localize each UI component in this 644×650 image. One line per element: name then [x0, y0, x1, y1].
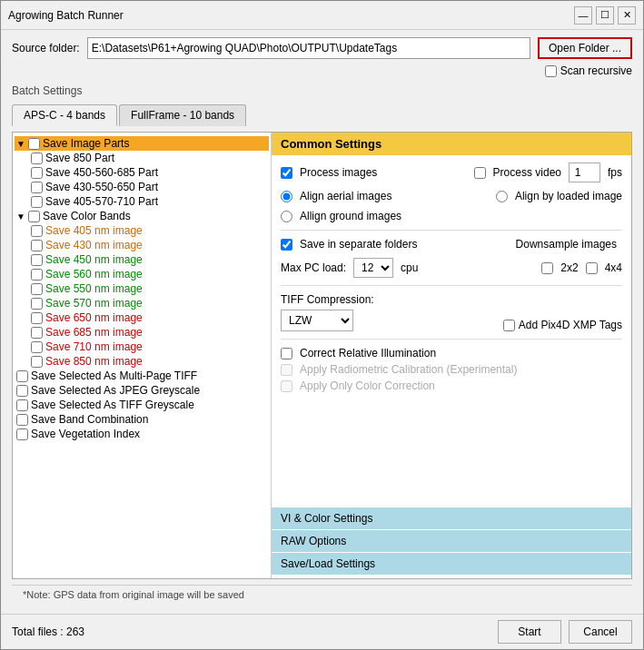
- checkbox-save-450-560-685[interactable]: [31, 167, 43, 179]
- align-by-loaded-label: Align by loaded image: [515, 190, 622, 202]
- tree-item-550nm[interactable]: Save 550 nm image: [29, 281, 269, 296]
- checkbox-650nm[interactable]: [31, 312, 43, 324]
- checkbox-850nm[interactable]: [31, 356, 43, 368]
- open-folder-button[interactable]: Open Folder ...: [538, 37, 632, 59]
- apply-radiometric-label: Apply Radiometric Calibration (Experimen…: [300, 363, 517, 376]
- common-settings-header: Common Settings: [272, 133, 631, 155]
- tab-aps-c[interactable]: APS-C - 4 bands: [12, 104, 117, 126]
- checkbox-vegetation-index[interactable]: [16, 428, 28, 440]
- tab-fullframe[interactable]: FullFrame - 10 bands: [119, 104, 246, 126]
- tree-item-save-430-550-650[interactable]: Save 430-550-650 Part: [29, 180, 269, 194]
- tree-item-tiff-greyscale[interactable]: Save Selected As TIFF Greyscale: [15, 398, 269, 412]
- downsample-2x2-checkbox[interactable]: [541, 262, 553, 274]
- checkbox-tiff-greyscale[interactable]: [16, 399, 28, 411]
- max-pc-row: Max PC load: 12 1246816 cpu 2x2 4x4: [281, 258, 622, 278]
- align-by-loaded-radio[interactable]: [496, 191, 508, 202]
- save-load-bar[interactable]: Save/Load Settings: [272, 553, 631, 575]
- checkbox-450nm[interactable]: [31, 254, 43, 266]
- source-folder-row: Source folder: Open Folder ...: [12, 37, 632, 59]
- checkbox-685nm[interactable]: [31, 327, 43, 339]
- tree-item-685nm[interactable]: Save 685 nm image: [29, 325, 269, 340]
- tree-item-jpeg-greyscale[interactable]: Save Selected As JPEG Greyscale: [15, 383, 269, 398]
- process-images-label: Process images: [300, 166, 377, 179]
- tree-item-save-850-part[interactable]: Save 850 Part: [29, 151, 269, 165]
- checkbox-405nm[interactable]: [31, 225, 43, 237]
- calibration-section: Correct Relative Illumination Apply Radi…: [281, 347, 622, 392]
- tree-item-560nm[interactable]: Save 560 nm image: [29, 267, 269, 281]
- checkbox-550nm[interactable]: [31, 283, 43, 295]
- process-images-checkbox[interactable]: [281, 167, 292, 179]
- tree-item-band-combination[interactable]: Save Band Combination: [15, 412, 269, 427]
- tree-item-405nm[interactable]: Save 405 nm image: [29, 223, 269, 238]
- checkbox-save-405-570-710[interactable]: [31, 196, 43, 208]
- tree-item-450nm[interactable]: Save 450 nm image: [29, 252, 269, 267]
- apply-radiometric-checkbox[interactable]: [281, 364, 292, 376]
- max-pc-select[interactable]: 12 1246816: [353, 258, 393, 278]
- checkbox-430nm[interactable]: [31, 240, 43, 251]
- tabs: APS-C - 4 bands FullFrame - 10 bands: [12, 104, 632, 126]
- status-note: *Note: GPS data from original image will…: [23, 589, 244, 600]
- checkbox-save-image-parts[interactable]: [28, 138, 40, 150]
- total-files: Total files : 263: [12, 625, 84, 638]
- align-ground-label: Allign ground images: [300, 210, 401, 222]
- settings-body: Process images Process video fps Align a…: [272, 155, 631, 507]
- process-video-checkbox[interactable]: [474, 167, 486, 179]
- tree-item-multi-page-tiff[interactable]: Save Selected As Multi-Page TIFF: [15, 369, 269, 383]
- tiff-compression-label: TIFF Compression:: [281, 293, 374, 306]
- downsample-2x2-label: 2x2: [560, 261, 578, 274]
- batch-settings-label: Batch Settings: [12, 84, 632, 97]
- downsample-4x4-checkbox[interactable]: [586, 262, 598, 274]
- tree-item-save-image-parts[interactable]: ▼ Save Image Parts: [15, 136, 269, 151]
- start-button[interactable]: Start: [498, 620, 561, 644]
- checkbox-560nm[interactable]: [31, 269, 43, 281]
- checkbox-jpeg-greyscale[interactable]: [16, 385, 28, 397]
- tiff-select[interactable]: LZW None ZIP: [281, 310, 353, 331]
- checkbox-save-850-part[interactable]: [31, 153, 43, 164]
- source-input[interactable]: [87, 37, 530, 59]
- apply-color-correction-label: Apply Only Color Correction: [300, 379, 435, 392]
- main-window: Agrowing Batch Runner — ☐ ✕ Source folde…: [0, 0, 644, 650]
- downsample-4x4-label: 4x4: [605, 261, 622, 274]
- checkbox-multi-page-tiff[interactable]: [16, 370, 28, 382]
- process-images-row: Process images Process video fps: [281, 162, 622, 182]
- scan-recursive-row: Scan recursive: [12, 64, 632, 77]
- expand-icon-color-bands[interactable]: ▼: [16, 212, 25, 222]
- checkbox-band-combination[interactable]: [16, 414, 28, 426]
- tree-item-650nm[interactable]: Save 650 nm image: [29, 310, 269, 325]
- tree-item-save-405-570-710[interactable]: Save 405-570-710 Part: [29, 194, 269, 209]
- checkbox-570nm[interactable]: [31, 298, 43, 310]
- status-bar: *Note: GPS data from original image will…: [12, 585, 632, 606]
- add-pix4d-checkbox[interactable]: [503, 320, 515, 331]
- apply-color-correction-checkbox[interactable]: [281, 380, 292, 392]
- vi-color-bar[interactable]: VI & Color Settings: [272, 507, 631, 529]
- expand-icon[interactable]: ▼: [16, 139, 25, 149]
- scan-recursive-checkbox[interactable]: [545, 65, 557, 77]
- tree-item-save-450-560-685[interactable]: Save 450-560-685 Part: [29, 165, 269, 180]
- tree-indent-color-bands: Save 405 nm image Save 430 nm image Save…: [29, 223, 269, 369]
- checkbox-710nm[interactable]: [31, 341, 43, 353]
- tree-item-vegetation-index[interactable]: Save Vegetation Index: [15, 427, 269, 441]
- checkbox-save-430-550-650[interactable]: [31, 182, 43, 193]
- save-separate-row: Save in separate folders Downsample imag…: [281, 238, 622, 251]
- maximize-button[interactable]: ☐: [596, 6, 614, 25]
- source-label: Source folder:: [12, 42, 80, 54]
- downsample-label: Downsample images: [516, 238, 617, 251]
- raw-options-bar[interactable]: RAW Options: [272, 530, 631, 552]
- tree-item-save-color-bands[interactable]: ▼ Save Color Bands: [15, 209, 269, 223]
- close-button[interactable]: ✕: [618, 6, 636, 25]
- correct-relative-checkbox[interactable]: [281, 348, 292, 359]
- cancel-button[interactable]: Cancel: [569, 620, 632, 644]
- align-ground-radio[interactable]: [281, 211, 292, 222]
- save-separate-label: Save in separate folders: [300, 238, 417, 251]
- tree-item-430nm[interactable]: Save 430 nm image: [29, 238, 269, 252]
- add-pix4d-label: Add Pix4D XMP Tags: [519, 319, 622, 331]
- tree-item-710nm[interactable]: Save 710 nm image: [29, 340, 269, 354]
- checkbox-save-color-bands[interactable]: [28, 211, 40, 222]
- save-separate-checkbox[interactable]: [281, 239, 292, 251]
- tree-item-570nm[interactable]: Save 570 nm image: [29, 296, 269, 310]
- fps-input[interactable]: [569, 162, 600, 182]
- align-aerial-radio[interactable]: [281, 191, 292, 202]
- minimize-button[interactable]: —: [574, 6, 592, 25]
- tree-indent-1: Save 850 Part Save 450-560-685 Part Save…: [29, 151, 269, 209]
- tree-item-850nm[interactable]: Save 850 nm image: [29, 354, 269, 369]
